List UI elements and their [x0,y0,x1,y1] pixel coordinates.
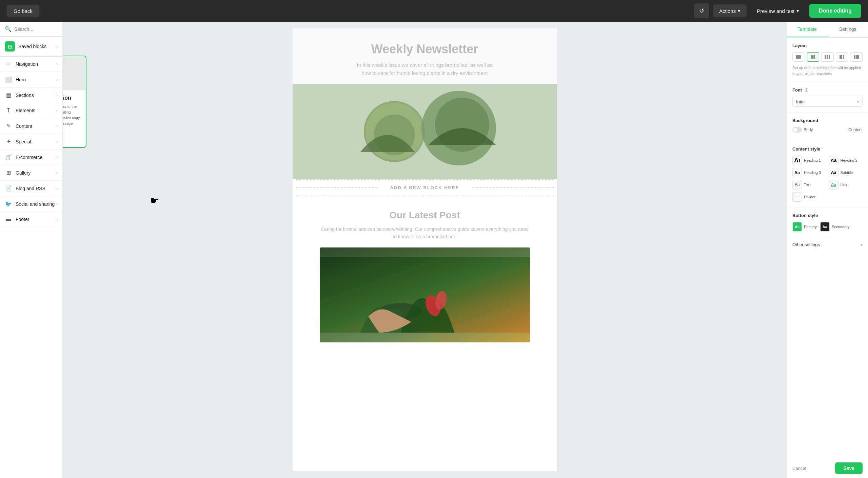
heading2-label: Heading 2 [841,158,857,162]
sidebar-item-elements[interactable]: T Elements › [0,103,62,118]
preview-label: Preview and test [757,8,794,14]
layout-single-col[interactable] [792,52,805,62]
link-preview: Aa [829,180,839,190]
content-chevron-icon: › [56,124,58,128]
heading2-style[interactable]: Aa Heading 2 [829,156,863,165]
sidebar-item-content[interactable]: ✎ Content › [0,118,62,134]
add-block-area[interactable]: ADD A NEW BLOCK HERE [296,179,554,196]
latest-post-image [320,247,530,342]
divider-style[interactable]: Divider [792,192,826,202]
hero-label: Hero [16,77,26,82]
save-bar: Cancel Save [787,458,868,478]
cancel-button[interactable]: Cancel [792,466,806,471]
blog-rss-icon: 📄 [5,185,12,192]
sidebar-item-special[interactable]: ✦ Special › [0,134,62,150]
subtitle-label: Subtitle [841,171,853,175]
link-style[interactable]: Aa Link [829,180,863,190]
sidebar-item-social-sharing[interactable]: 🐦 Social and sharing › [0,196,62,212]
go-back-button[interactable]: Go back [7,5,39,17]
canvas-area: My Custom Hero Section Use this space to… [63,22,787,478]
social-sharing-icon: 🐦 [5,201,12,207]
saved-blocks-icon: ⊞ [5,41,15,52]
layout-options [792,52,863,62]
primary-button-style[interactable]: Aa Primary [792,222,817,232]
layout-wide-left[interactable] [836,52,848,62]
topbar-right: ↺ Actions ▾ Preview and test ▾ Done edit… [694,3,861,18]
content-label: Content [16,123,32,129]
background-body-item: Body [792,127,813,133]
done-editing-button[interactable]: Done editing [809,4,861,18]
other-settings-row[interactable]: Other settings ▾ [787,237,868,252]
sidebar-item-gallery[interactable]: ⊞ Gallery › [0,165,62,181]
footer-chevron-icon: › [56,217,58,222]
secondary-button-style[interactable]: Aa Secondary [820,222,850,232]
content-icon: ✎ [5,123,12,129]
secondary-button-label: Secondary [832,225,850,229]
actions-button[interactable]: Actions ▾ [713,4,747,17]
sections-chevron-icon: › [56,93,58,98]
hero-block-title: My Custom Hero Section [63,95,80,101]
text-preview: Aa [792,180,802,190]
newsletter-header: Weekly Newsletter In this week's issue w… [293,28,557,84]
sidebar-item-blog-rss[interactable]: 📄 Blog and RSS › [0,181,62,196]
sidebar-item-ecommerce[interactable]: 🛒 E-commerce › [0,150,62,165]
newsletter-subtitle: In this week's issue we cover all things… [320,61,530,77]
divider-label: Divider [804,195,815,199]
background-content-label: Content [848,127,863,132]
heading2-preview: Aa [829,156,839,165]
heading3-preview: Aa [792,168,802,177]
latest-post-description: Caring for bromeliads can be overwhelmin… [320,225,530,241]
font-section-title: Font ⓘ [792,87,863,93]
background-body-toggle[interactable] [792,127,802,133]
sidebar-item-sections[interactable]: ▦ Sections › [0,87,62,103]
gallery-label: Gallery [16,170,31,176]
sidebar-item-navigation[interactable]: ≡ Navigation › [0,57,62,72]
navigation-icon: ≡ [5,61,12,67]
background-body-label: Body [804,127,813,132]
save-button[interactable]: Save [835,462,863,474]
tab-settings[interactable]: Settings [828,22,868,37]
sidebar-item-footer[interactable]: ▬ Footer › [0,212,62,227]
hero-block-content: My Custom Hero Section Use this space to… [63,90,86,147]
layout-three-col[interactable] [821,52,834,62]
history-button[interactable]: ↺ [694,3,709,18]
actions-label: Actions [719,8,736,14]
content-style-title: Content style [792,146,863,152]
text-style[interactable]: Aa Text [792,180,826,190]
actions-chevron-icon: ▾ [738,8,741,14]
saved-blocks-chevron-icon: › [56,44,58,49]
special-label: Special [16,139,31,144]
latest-post-title: Our Latest Post [320,210,530,221]
newsletter-container: Weekly Newsletter In this week's issue w… [293,28,557,471]
heading3-label: Heading 3 [804,171,821,175]
gallery-icon: ⊞ [5,170,12,176]
primary-button-preview: Aa [792,222,802,232]
subtitle-style[interactable]: Aa Subtitle [829,168,863,177]
hero-block-panel[interactable]: My Custom Hero Section Use this space to… [63,56,86,148]
sidebar-item-hero[interactable]: ⬜ Hero › [0,72,62,87]
layout-wide-right[interactable] [850,52,863,62]
navigation-chevron-icon: › [56,62,58,66]
history-icon: ↺ [699,7,704,15]
topbar: Go back ↺ Actions ▾ Preview and test ▾ D… [0,0,868,22]
search-input[interactable] [14,26,58,32]
elements-icon: T [5,107,12,114]
preview-button[interactable]: Preview and test ▾ [751,4,805,17]
add-block-label: ADD A NEW BLOCK HERE [377,185,472,190]
heading1-style[interactable]: Aı Heading 1 [792,156,826,165]
saved-blocks-item[interactable]: ⊞ Saved blocks › [0,37,62,57]
secondary-button-preview: Aa [820,222,830,232]
other-settings-label: Other settings [792,242,820,247]
background-section-title: Background [792,118,863,123]
layout-two-col[interactable] [807,52,820,62]
tab-template[interactable]: Template [787,22,828,37]
heading3-style[interactable]: Aa Heading 3 [792,168,826,177]
main-layout: 🔍 ⊞ Saved blocks › ≡ Navigation › ⬜ Hero… [0,22,868,478]
cursor-hand: ☛ [150,195,159,471]
button-style-section: Button style Aa Primary Aa Secondary [787,207,868,237]
right-panel-tabs: Template Settings [787,22,868,38]
right-panel: Template Settings Layout [787,22,868,478]
primary-button-label: Primary [804,225,817,229]
sidebar-search-area: 🔍 [0,22,62,37]
font-selector[interactable]: Inter ▾ [792,97,863,107]
